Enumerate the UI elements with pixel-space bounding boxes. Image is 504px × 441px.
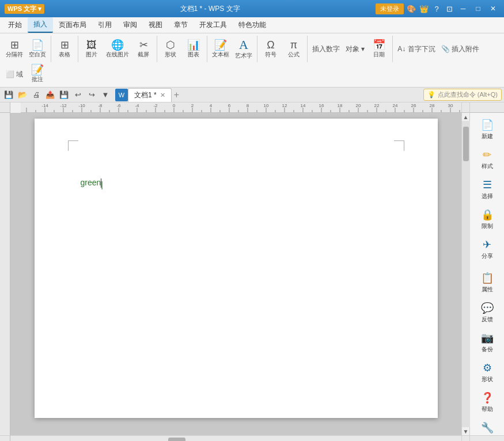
menu-review[interactable]: 审阅: [118, 18, 143, 32]
not-logged-in-button[interactable]: 未登录: [376, 3, 404, 14]
ruler-left: [0, 113, 10, 435]
doc-content[interactable]: green|: [81, 153, 392, 189]
command-search[interactable]: 💡 点此查找命令 (Alt+Q): [423, 89, 502, 101]
right-tool-help[interactable]: ❓ 帮助: [471, 388, 503, 417]
screenshot-label: 截屏: [138, 51, 149, 59]
toolbar: ⊞ 分隔符 📄 空白页 ⊞ 表格 🖼 图片 🌐 在线图片 ✂ 截屏 ⬡ 形状 📊…: [0, 33, 504, 88]
right-tool-restrict[interactable]: 🔒 限制: [471, 205, 503, 234]
tool-textbox[interactable]: 📝 文本框: [210, 39, 232, 60]
table-label: 表格: [59, 51, 70, 59]
hscroll-container: [0, 435, 504, 441]
svg-text:4: 4: [210, 103, 213, 108]
undo-button[interactable]: ↩: [71, 89, 84, 101]
symbol-icon: Ω: [267, 40, 274, 50]
ruler-corner: [0, 102, 10, 113]
document-area[interactable]: green|: [10, 113, 461, 435]
tool-table[interactable]: ⊞ 表格: [54, 39, 75, 60]
tool-separator[interactable]: ⊞ 分隔符: [3, 39, 25, 60]
document-page[interactable]: green|: [35, 119, 438, 418]
menu-start[interactable]: 开始: [2, 18, 28, 32]
formula-label: 公式: [288, 51, 300, 59]
hscroll-panel-corner: [469, 435, 504, 441]
document-text: green: [81, 178, 101, 187]
right-tool-tools[interactable]: 🔧 工具: [471, 418, 503, 435]
tool-screenshot[interactable]: ✂ 截屏: [132, 39, 154, 60]
scroll-up-button[interactable]: ▲: [462, 113, 470, 121]
ruler-right-panel-corner: [469, 102, 504, 113]
right-tool-style[interactable]: ✏ 样式: [471, 145, 503, 174]
tool-shape[interactable]: ⬡ 形状: [160, 39, 181, 60]
tool-blank-page[interactable]: 📄 空白页: [26, 39, 48, 60]
art-text-label: 艺术字: [235, 52, 252, 60]
wps-logo[interactable]: WPS 文字 ▾: [5, 4, 44, 14]
restrict-label: 限制: [482, 222, 493, 230]
redo-button[interactable]: ↪: [85, 89, 98, 101]
save-button[interactable]: 💾: [2, 89, 15, 101]
right-tool-backup[interactable]: 📷 备份: [471, 328, 503, 357]
tool-image[interactable]: 🖼 图片: [81, 39, 103, 60]
menu-special[interactable]: 特色功能: [233, 18, 272, 32]
print-button[interactable]: 🖨: [30, 89, 43, 101]
tool-online-image[interactable]: 🌐 在线图片: [104, 39, 131, 60]
toolbar-divider-1: [51, 36, 51, 62]
right-tool-share[interactable]: ✈ 分享: [471, 235, 503, 264]
shape-right-label: 形状: [482, 375, 493, 383]
tool-date[interactable]: 📅 日期: [368, 39, 390, 60]
scroll-down-button[interactable]: ▼: [462, 427, 470, 435]
document-tab[interactable]: 文档1 * ✕: [128, 88, 172, 102]
tool-object[interactable]: 对象 ▾: [343, 44, 367, 54]
tool-formula[interactable]: π 公式: [283, 39, 305, 60]
menu-reference[interactable]: 引用: [92, 18, 118, 32]
close-button[interactable]: ✕: [487, 2, 499, 15]
member-icon[interactable]: 👑: [419, 3, 429, 14]
tool-field[interactable]: ⬜ 域: [3, 70, 25, 79]
tool-dropcap[interactable]: A↓ 首字下沉: [395, 44, 437, 54]
customize-quick-bar[interactable]: ▼: [99, 89, 112, 101]
wps-w-icon[interactable]: W: [115, 89, 128, 101]
help-icon[interactable]: ?: [431, 3, 442, 14]
date-icon: 📅: [373, 40, 385, 50]
menu-layout[interactable]: 页面布局: [53, 18, 92, 32]
hscroll-thumb[interactable]: [168, 438, 185, 441]
save2-button[interactable]: 💾: [58, 89, 70, 101]
style-label: 样式: [482, 162, 493, 170]
tool-attachment[interactable]: 📎 插入附件: [439, 44, 482, 54]
tool-symbol[interactable]: Ω 符号: [260, 39, 282, 60]
export-button[interactable]: 📤: [44, 89, 56, 101]
title-bar-right: 未登录 🎨 👑 ? ⊡ ─ □ ✕: [376, 2, 499, 15]
field-icon: ⬜ 域: [6, 71, 23, 78]
minimize-button[interactable]: ─: [457, 2, 469, 15]
feedback-label: 反馈: [482, 315, 493, 324]
tool-chart[interactable]: 📊 图表: [183, 39, 204, 60]
screenshot-icon: ✂: [139, 40, 148, 50]
tab-close-button[interactable]: ✕: [160, 92, 165, 99]
tool-comment[interactable]: 📝 批注: [26, 63, 48, 85]
right-tool-shape[interactable]: ⚙ 形状: [471, 358, 503, 387]
right-tool-select[interactable]: ☰ 选择: [471, 175, 503, 204]
menu-devtools[interactable]: 开发工具: [194, 18, 233, 32]
menu-view[interactable]: 视图: [143, 18, 168, 32]
scroll-track[interactable]: [462, 121, 470, 427]
quick-access-bar: 💾 📂 🖨 📤 💾 ↩ ↪ ▼ W 文档1 * ✕ + 💡 点此查找命令 (Al…: [0, 88, 504, 102]
hscroll-track-area[interactable]: [10, 435, 461, 441]
page-corner-tr: [394, 140, 404, 151]
add-tab-button[interactable]: +: [172, 90, 181, 100]
screen-icon[interactable]: ⊡: [444, 3, 454, 14]
right-tool-new[interactable]: 📄 新建: [471, 115, 503, 144]
skin-icon[interactable]: 🎨: [406, 3, 416, 14]
tool-insert-number[interactable]: 插入数字: [310, 44, 342, 54]
art-text-icon: A: [239, 39, 248, 51]
menu-insert[interactable]: 插入: [28, 17, 53, 33]
tool-art-text[interactable]: A 艺术字: [233, 37, 255, 61]
vertical-scrollbar[interactable]: ▲ ▼: [461, 113, 469, 435]
date-label: 日期: [373, 51, 385, 59]
shape-label: 形状: [165, 51, 176, 59]
left-ruler-svg: [0, 113, 10, 435]
menu-section[interactable]: 章节: [168, 18, 194, 32]
maximize-button[interactable]: □: [472, 2, 484, 15]
right-panel: 📄 新建 ✏ 样式 ☰ 选择 🔒 限制 ✈ 分享 📋 属性: [469, 113, 504, 435]
right-tool-feedback[interactable]: 💬 反馈: [471, 298, 503, 327]
scroll-thumb[interactable]: [463, 127, 469, 161]
right-tool-property[interactable]: 📋 属性: [471, 268, 503, 297]
open-button[interactable]: 📂: [16, 89, 29, 101]
